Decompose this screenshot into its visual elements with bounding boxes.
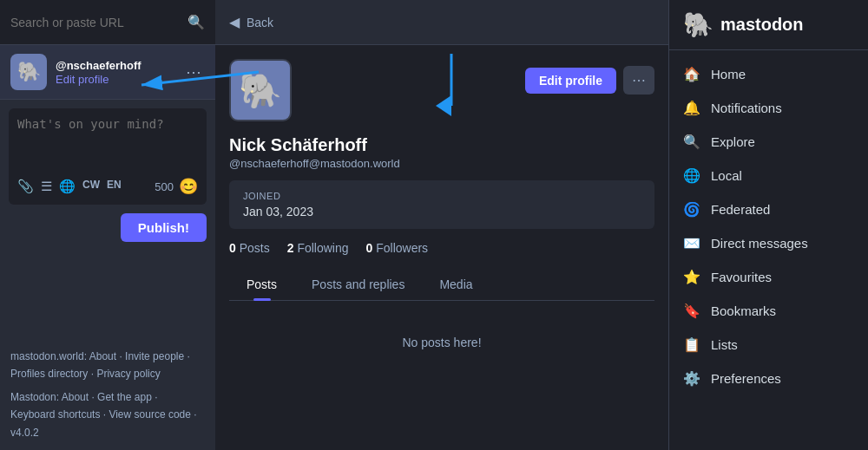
- explore-icon: 🔍: [683, 134, 700, 150]
- tab-media[interactable]: Media: [422, 269, 490, 300]
- nav-dm-label: Direct messages: [711, 236, 808, 251]
- footer-about-link[interactable]: About: [89, 350, 116, 362]
- nav-explore-label: Explore: [711, 134, 755, 149]
- footer-app-links: Mastodon: About · Get the app · Keyboard…: [10, 388, 205, 441]
- lists-icon: 📋: [683, 336, 700, 353]
- profile-display-name: Nick Schäferhoff: [229, 135, 654, 155]
- nav-home[interactable]: 🏠 Home: [669, 57, 868, 91]
- nav-notifications-label: Notifications: [711, 101, 782, 115]
- profile-more-button[interactable]: ⋯: [182, 62, 205, 82]
- following-count: 2: [287, 241, 294, 255]
- nav-home-label: Home: [711, 67, 746, 82]
- nav-bookmarks-label: Bookmarks: [711, 303, 776, 318]
- nav-favourites[interactable]: ⭐ Favourites: [669, 260, 868, 294]
- nav-notifications[interactable]: 🔔 Notifications: [669, 91, 868, 125]
- en-label[interactable]: EN: [107, 179, 122, 194]
- profile-handle: @nschaeferhoff: [56, 59, 182, 72]
- list-icon[interactable]: ☰: [41, 179, 52, 194]
- following-label: Following: [297, 241, 348, 255]
- back-bar[interactable]: ◀ Back: [215, 0, 668, 45]
- profile-acct: @nschaeferhoff@mastodon.world: [229, 157, 654, 170]
- bell-icon: 🔔: [683, 100, 700, 116]
- char-count: 500: [155, 180, 174, 193]
- footer-site: mastodon.world:: [10, 350, 87, 362]
- local-icon: 🌐: [683, 167, 700, 184]
- back-label: Back: [247, 16, 273, 29]
- compose-box: 📎 ☰ 🌐 CW EN 500 😊: [9, 108, 207, 205]
- publish-button[interactable]: Publish!: [121, 213, 207, 242]
- joined-box: JOINED Jan 03, 2023: [229, 180, 654, 229]
- nav-local-label: Local: [711, 168, 742, 183]
- search-bar: 🔍: [0, 0, 215, 45]
- profile-info: @nschaeferhoff Edit profile: [56, 59, 182, 86]
- gear-icon: ⚙️: [683, 370, 700, 387]
- search-input[interactable]: [10, 16, 187, 29]
- logo-text: mastodon: [720, 15, 804, 35]
- footer-profiles-link[interactable]: Profiles directory: [10, 368, 88, 380]
- nav-local[interactable]: 🌐 Local: [669, 159, 868, 192]
- nav-preferences[interactable]: ⚙️ Preferences: [669, 362, 868, 395]
- edit-profile-link[interactable]: Edit profile: [56, 73, 108, 86]
- profile-header-actions: Edit profile ⋯: [525, 66, 654, 95]
- tab-posts[interactable]: Posts: [229, 269, 294, 300]
- attach-icon[interactable]: 📎: [17, 179, 34, 194]
- footer-get-app[interactable]: Get the app: [97, 391, 152, 403]
- nav-direct-messages[interactable]: ✉️ Direct messages: [669, 226, 868, 260]
- left-sidebar: 🔍 🐘 @nschaeferhoff Edit profile ⋯ 📎 ☰ 🌐: [0, 0, 215, 450]
- joined-date: Jan 03, 2023: [243, 205, 641, 218]
- followers-count: 0: [366, 241, 373, 255]
- right-sidebar: 🐘 mastodon 🏠 Home 🔔 Notifications 🔍 Expl…: [668, 0, 868, 450]
- profile-main: 🐘 Edit profile ⋯ Nick Schäferhoff @: [215, 45, 668, 450]
- footer-invite-link[interactable]: Invite people: [125, 350, 184, 362]
- nav-federated[interactable]: 🌀 Federated: [669, 192, 868, 226]
- profile-header: 🐘 Edit profile ⋯: [229, 59, 654, 121]
- footer-source[interactable]: View source code: [108, 408, 191, 421]
- nav-favourites-label: Favourites: [711, 270, 772, 284]
- nav-federated-label: Federated: [711, 202, 770, 217]
- stat-followers[interactable]: 0 Followers: [366, 241, 429, 255]
- mastodon-logo: 🐘 mastodon: [669, 0, 868, 50]
- compose-toolbar: 📎 ☰ 🌐 CW EN 500 😊: [17, 177, 198, 196]
- bookmark-icon: 🔖: [683, 303, 700, 319]
- mail-icon: ✉️: [683, 235, 700, 251]
- star-icon: ⭐: [683, 269, 700, 285]
- sidebar-footer: mastodon.world: About · Invite people · …: [0, 339, 215, 450]
- search-icon: 🔍: [187, 14, 205, 30]
- nav-bookmarks[interactable]: 🔖 Bookmarks: [669, 294, 868, 328]
- compose-emoji-icon[interactable]: 😊: [179, 177, 198, 196]
- nav-preferences-label: Preferences: [711, 371, 781, 386]
- federated-icon: 🌀: [683, 201, 700, 218]
- profile-more-button[interactable]: ⋯: [623, 66, 654, 95]
- stat-posts[interactable]: 0 Posts: [229, 241, 270, 255]
- globe-icon[interactable]: 🌐: [59, 179, 76, 194]
- cw-label[interactable]: CW: [82, 179, 100, 194]
- main-avatar-emoji: 🐘: [239, 70, 282, 111]
- footer-mastodon-about[interactable]: About: [62, 391, 89, 403]
- compose-icons: 📎 ☰ 🌐 CW EN: [17, 179, 155, 194]
- mastodon-icon: 🐘: [683, 10, 713, 39]
- profile-tabs: Posts Posts and replies Media: [229, 269, 654, 301]
- nav-explore[interactable]: 🔍 Explore: [669, 125, 868, 159]
- no-posts-message: No posts here!: [229, 301, 654, 384]
- avatar-emoji: 🐘: [17, 61, 41, 83]
- footer-keyboard[interactable]: Keyboard shortcuts: [10, 408, 100, 421]
- edit-profile-button[interactable]: Edit profile: [525, 68, 616, 94]
- stat-following[interactable]: 2 Following: [287, 241, 349, 255]
- stats-row: 0 Posts 2 Following 0 Followers: [229, 241, 654, 255]
- main-content: ◀ Back 🐘 Edit profile: [215, 0, 668, 450]
- nav-lists[interactable]: 📋 Lists: [669, 328, 868, 362]
- footer-site-links: mastodon.world: About · Invite people · …: [10, 348, 205, 383]
- avatar: 🐘: [10, 54, 47, 90]
- home-icon: 🏠: [683, 66, 700, 82]
- nav-menu: 🏠 Home 🔔 Notifications 🔍 Explore 🌐 Local…: [669, 50, 868, 450]
- posts-label: Posts: [240, 241, 270, 255]
- footer-version: v4.0.2: [10, 427, 39, 439]
- profile-card: 🐘 @nschaeferhoff Edit profile ⋯: [0, 45, 215, 100]
- back-icon: ◀: [229, 14, 240, 30]
- nav-lists-label: Lists: [711, 337, 738, 352]
- followers-label: Followers: [376, 241, 428, 255]
- joined-label: JOINED: [243, 191, 641, 201]
- footer-privacy-link[interactable]: Privacy policy: [96, 368, 160, 380]
- tab-posts-replies[interactable]: Posts and replies: [294, 269, 422, 300]
- compose-textarea[interactable]: [17, 117, 198, 169]
